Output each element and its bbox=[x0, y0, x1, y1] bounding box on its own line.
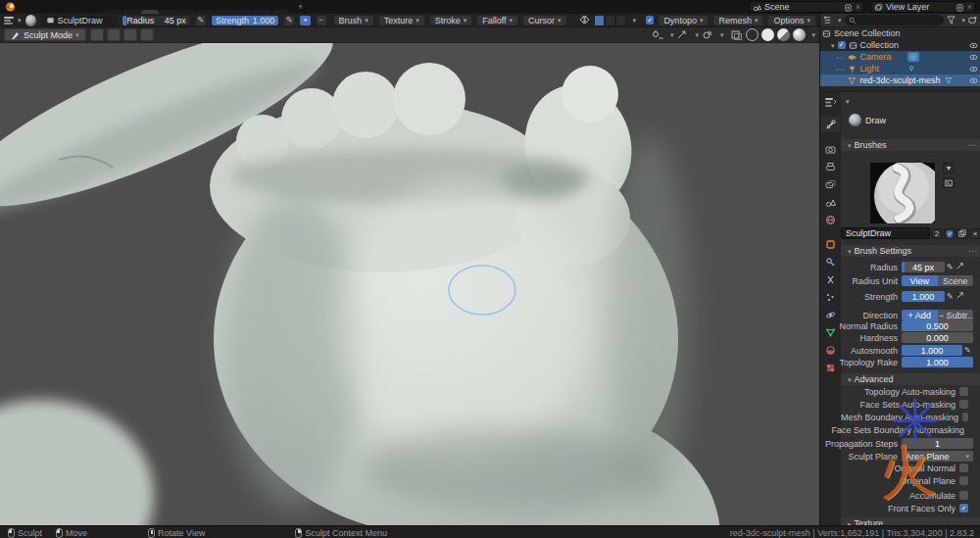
autosmooth-pressure-icon[interactable]: ✎ bbox=[964, 346, 971, 355]
overlays-dropdown-icon[interactable] bbox=[702, 29, 714, 40]
outliner-row-collection[interactable]: ▾ ✓ Collection bbox=[820, 39, 980, 51]
radius-prop-slider[interactable]: 45 px bbox=[902, 262, 945, 272]
outliner-row-light[interactable]: •— Light bbox=[820, 63, 980, 74]
tab-constraints[interactable] bbox=[821, 271, 840, 287]
tab-tool[interactable] bbox=[821, 117, 840, 132]
strength-pressure-icon[interactable]: ✎ bbox=[947, 292, 954, 301]
tab-modifiers[interactable] bbox=[821, 254, 840, 269]
direction-add[interactable]: + Add bbox=[902, 310, 938, 320]
tool-header-menu[interactable]: Brush▾ bbox=[333, 15, 374, 26]
tab-physics[interactable] bbox=[821, 307, 840, 322]
tab-particles[interactable] bbox=[821, 289, 840, 305]
editor-type-icon[interactable] bbox=[824, 96, 837, 108]
brush-users-count-button[interactable]: 2 bbox=[931, 228, 943, 239]
tab-texture[interactable] bbox=[821, 360, 840, 375]
checkbox-row[interactable]: Topology Auto-masking bbox=[841, 386, 980, 397]
scene-selector[interactable]: Scene × bbox=[749, 1, 864, 13]
mirror-axis-button[interactable] bbox=[615, 15, 626, 26]
hide-collection-eye-icon[interactable] bbox=[969, 41, 978, 50]
hide-camera-eye-icon[interactable] bbox=[969, 53, 978, 62]
strength-pressure-icon[interactable]: ✎ bbox=[283, 15, 295, 26]
checkbox-row[interactable]: Mesh Boundary Auto-masking bbox=[841, 412, 980, 422]
direction-subtract-button[interactable]: − bbox=[316, 15, 327, 26]
light-data-badge[interactable] bbox=[906, 64, 917, 73]
radius-unit-toggle[interactable]: View Scene bbox=[902, 275, 973, 286]
topology-rake-slider[interactable]: 1.000 bbox=[902, 357, 973, 367]
checkbox-row[interactable]: Front Faces Only✓ bbox=[841, 503, 980, 514]
mode-selector[interactable]: Sculpt Mode▾ bbox=[4, 28, 86, 41]
dyntopo-checkbox[interactable]: ✓ bbox=[646, 16, 654, 24]
duplicate-brush-icon[interactable] bbox=[956, 228, 968, 239]
add-workspace-button[interactable]: + bbox=[292, 0, 309, 14]
outliner-search-input[interactable] bbox=[845, 15, 945, 25]
checkbox-row[interactable]: Face Sets Boundary Automasking bbox=[841, 424, 980, 435]
mesh-data-badge[interactable] bbox=[943, 75, 955, 85]
shading-rendered-icon[interactable] bbox=[793, 28, 806, 41]
remove-view-layer-icon[interactable]: × bbox=[967, 2, 972, 12]
brush-datablock-field[interactable]: SculptDraw bbox=[40, 15, 119, 26]
new-view-layer-icon[interactable] bbox=[956, 3, 964, 12]
shading-wireframe-icon[interactable] bbox=[746, 28, 759, 41]
hide-mesh-eye-icon[interactable] bbox=[969, 76, 978, 85]
radius-pressure-icon[interactable]: ✎ bbox=[195, 15, 207, 26]
normal-radius-slider[interactable]: 0.500 bbox=[902, 320, 973, 331]
filter-icon[interactable] bbox=[947, 16, 956, 24]
tab-render[interactable] bbox=[821, 141, 840, 157]
dyntopo-menu[interactable]: Dyntopo▾ bbox=[658, 15, 709, 26]
unlink-brush-icon[interactable]: × bbox=[969, 228, 980, 239]
brushes-panel-header[interactable]: ▾Brushes⋯ bbox=[841, 139, 980, 151]
propagation-steps-slider[interactable]: 1 bbox=[902, 438, 973, 449]
radius-pressure-icon[interactable]: ✎ bbox=[947, 263, 954, 271]
tool-header-menu[interactable]: Cursor▾ bbox=[522, 15, 567, 26]
direction-toggle[interactable]: + Add − Subtr.. bbox=[902, 310, 973, 320]
tab-scene[interactable] bbox=[821, 194, 840, 210]
tab-object[interactable] bbox=[821, 236, 840, 252]
tool-header-menu[interactable]: Texture▾ bbox=[378, 15, 425, 26]
xray-toggle-icon[interactable] bbox=[730, 29, 743, 41]
remesh-menu[interactable]: Remesh▾ bbox=[712, 15, 763, 26]
blender-logo-icon[interactable] bbox=[4, 1, 16, 13]
brush-name-field[interactable]: SculptDraw bbox=[841, 227, 930, 239]
editor-type-button[interactable]: ▾ bbox=[3, 15, 22, 25]
filter-caret[interactable]: ▾ bbox=[961, 17, 965, 24]
mirror-axis-button[interactable] bbox=[594, 15, 605, 26]
properties-nav-caret[interactable]: ▾ bbox=[846, 98, 850, 105]
collection-checkbox[interactable]: ✓ bbox=[838, 41, 846, 49]
shading-solid-icon[interactable] bbox=[761, 28, 774, 41]
hide-light-eye-icon[interactable] bbox=[969, 65, 978, 73]
display-mode-caret[interactable]: ▾ bbox=[838, 17, 842, 24]
radius-slider[interactable]: Radius45 px bbox=[122, 15, 190, 26]
checkbox-row[interactable]: Accumulate bbox=[841, 490, 980, 501]
brush-settings-panel-header[interactable]: ▾Brush Settings⋯ bbox=[841, 245, 980, 257]
new-collection-icon[interactable] bbox=[968, 16, 977, 24]
tab-view-layer[interactable] bbox=[821, 176, 840, 192]
hardness-slider[interactable]: 0.000 bbox=[902, 332, 973, 343]
viewport-menu[interactable] bbox=[140, 28, 154, 41]
unlink-scene-icon[interactable]: × bbox=[856, 2, 860, 12]
outliner-row-mesh[interactable]: •— red-3dc-sculpt-mesh bbox=[820, 74, 980, 86]
viewport-menu[interactable] bbox=[107, 28, 121, 41]
strength-prop-slider[interactable]: 1.000 bbox=[902, 291, 945, 302]
direction-add-button[interactable]: + bbox=[299, 15, 311, 26]
3d-viewport[interactable]: Sculpt Mode▾ ▾ ▾ ▾ ▾ bbox=[0, 27, 819, 525]
outliner-row-camera[interactable]: •— Camera bbox=[820, 51, 980, 63]
radius-unit-view[interactable]: View bbox=[902, 275, 938, 286]
shading-material-icon[interactable] bbox=[777, 28, 790, 41]
active-brush-icon[interactable] bbox=[25, 15, 36, 26]
checkbox-row[interactable]: Original Normal bbox=[841, 463, 980, 473]
tab-output[interactable] bbox=[821, 159, 840, 174]
radius-unit-icon[interactable] bbox=[956, 262, 964, 272]
brush-preview-dropdown-icon[interactable]: ▾ bbox=[943, 163, 955, 173]
tool-header-menu[interactable]: Stroke▾ bbox=[429, 15, 473, 26]
brush-preview-image-icon[interactable] bbox=[943, 177, 955, 188]
strength-slider[interactable]: Strength1.000 bbox=[211, 15, 279, 26]
checkbox-row[interactable]: Original Plane bbox=[841, 475, 980, 486]
viewport-menu[interactable] bbox=[90, 28, 104, 41]
brush-preview-image[interactable] bbox=[870, 163, 935, 223]
checkbox-row[interactable]: Face Sets Auto-masking bbox=[841, 399, 980, 410]
mirror-extra-dropdown-icon[interactable]: ▾ bbox=[633, 17, 637, 24]
radius-unit-scene[interactable]: Scene bbox=[938, 275, 974, 286]
autosmooth-slider[interactable]: 1.000 bbox=[902, 345, 962, 356]
direction-subtract[interactable]: − Subtr.. bbox=[938, 310, 974, 320]
tool-header-menu[interactable]: Falloff▾ bbox=[476, 15, 518, 26]
